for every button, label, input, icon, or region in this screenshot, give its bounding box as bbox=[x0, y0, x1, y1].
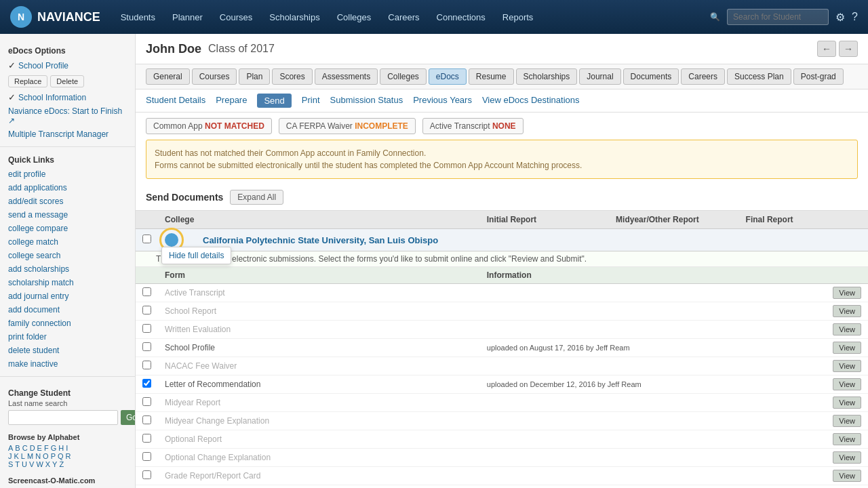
nav-item-connections[interactable]: Connections bbox=[430, 9, 492, 26]
view-button-5[interactable]: View bbox=[833, 378, 861, 390]
form-checkbox-7[interactable] bbox=[142, 415, 151, 424]
subtab-student-details[interactable]: Student Details bbox=[146, 94, 205, 108]
form-checkbox-2[interactable] bbox=[142, 324, 151, 333]
prev-student-button[interactable]: ← bbox=[817, 41, 836, 57]
tab-assessments[interactable]: Assessments bbox=[315, 68, 378, 85]
sidebar-link-add-document[interactable]: add document bbox=[0, 303, 135, 317]
sidebar-school-info[interactable]: School Information bbox=[18, 93, 86, 102]
student-search-input[interactable] bbox=[727, 9, 829, 25]
sidebar-transcript-manager[interactable]: Multiple Transcript Manager bbox=[0, 127, 135, 141]
sidebar-naviance-edocs[interactable]: Naviance eDocs: Start to Finish ↗ bbox=[0, 104, 135, 127]
tab-plan[interactable]: Plan bbox=[239, 68, 270, 85]
sidebar-link-family-connection[interactable]: family connection bbox=[0, 317, 135, 330]
alpha-O[interactable]: O bbox=[43, 452, 49, 460]
tab-journal[interactable]: Journal bbox=[579, 68, 620, 85]
sidebar-school-profile[interactable]: School Profile bbox=[18, 61, 68, 70]
sidebar-link-edit-profile[interactable]: edit profile bbox=[0, 167, 135, 181]
form-checkbox-6[interactable] bbox=[142, 397, 151, 406]
nav-item-reports[interactable]: Reports bbox=[496, 9, 540, 26]
sidebar-link-send-a-message[interactable]: send a message bbox=[0, 208, 135, 222]
alpha-V[interactable]: V bbox=[29, 460, 34, 468]
form-checkbox-4[interactable] bbox=[142, 361, 151, 369]
view-button-6[interactable]: View bbox=[833, 396, 861, 409]
alpha-Z[interactable]: Z bbox=[59, 460, 64, 468]
form-checkbox-10[interactable] bbox=[142, 470, 151, 479]
help-icon[interactable]: ? bbox=[852, 11, 858, 23]
tab-documents[interactable]: Documents bbox=[623, 68, 679, 85]
subtab-send[interactable]: Send bbox=[257, 94, 291, 108]
alpha-I[interactable]: I bbox=[66, 444, 68, 452]
alpha-G[interactable]: G bbox=[51, 444, 57, 452]
view-button-10[interactable]: View bbox=[833, 470, 861, 482]
nav-item-planner[interactable]: Planner bbox=[165, 9, 210, 26]
alpha-H[interactable]: H bbox=[58, 444, 64, 452]
sidebar-link-add-journal-entry[interactable]: add journal entry bbox=[0, 289, 135, 303]
view-button-9[interactable]: View bbox=[833, 451, 861, 464]
subtab-print[interactable]: Print bbox=[302, 94, 320, 108]
sidebar-link-college-match[interactable]: college match bbox=[0, 235, 135, 249]
form-checkbox-0[interactable] bbox=[142, 287, 151, 296]
hide-details-popup[interactable]: Hide full details bbox=[161, 247, 231, 264]
sidebar-link-print-folder[interactable]: print folder bbox=[0, 330, 135, 344]
view-button-8[interactable]: View bbox=[833, 433, 861, 445]
settings-icon[interactable]: ⚙ bbox=[835, 11, 845, 24]
tab-edocs[interactable]: eDocs bbox=[429, 68, 467, 85]
sidebar-link-delete-student[interactable]: delete student bbox=[0, 344, 135, 357]
form-checkbox-8[interactable] bbox=[142, 434, 151, 443]
alpha-L[interactable]: L bbox=[21, 452, 25, 460]
alpha-B[interactable]: B bbox=[15, 444, 20, 452]
alpha-M[interactable]: M bbox=[27, 452, 33, 460]
nav-item-courses[interactable]: Courses bbox=[213, 9, 259, 26]
last-name-input[interactable] bbox=[8, 410, 118, 425]
view-button-4[interactable]: View bbox=[833, 360, 861, 372]
view-button-2[interactable]: View bbox=[833, 323, 861, 336]
form-checkbox-5[interactable] bbox=[142, 379, 151, 388]
replace-button[interactable]: Replace bbox=[8, 75, 47, 87]
alpha-K[interactable]: K bbox=[14, 452, 19, 460]
alpha-Y[interactable]: Y bbox=[52, 460, 57, 468]
view-button-0[interactable]: View bbox=[833, 287, 861, 299]
subtab-view-edocs-destinations[interactable]: View eDocs Destinations bbox=[482, 94, 580, 108]
view-button-7[interactable]: View bbox=[833, 415, 861, 427]
alpha-J[interactable]: J bbox=[8, 452, 12, 460]
form-checkbox-3[interactable] bbox=[142, 342, 151, 351]
tab-resume[interactable]: Resume bbox=[469, 68, 514, 85]
form-checkbox-9[interactable] bbox=[142, 452, 151, 461]
tab-scholarships[interactable]: Scholarships bbox=[516, 68, 578, 85]
next-student-button[interactable]: → bbox=[839, 41, 858, 57]
delete-button[interactable]: Delete bbox=[50, 75, 84, 87]
alpha-F[interactable]: F bbox=[44, 444, 49, 452]
alpha-S[interactable]: S bbox=[8, 460, 13, 468]
sidebar-link-scholarship-match[interactable]: scholarship match bbox=[0, 276, 135, 289]
alpha-X[interactable]: X bbox=[45, 460, 50, 468]
nav-item-scholarships[interactable]: Scholarships bbox=[262, 9, 326, 26]
tab-general[interactable]: General bbox=[146, 68, 190, 85]
sidebar-link-add-scholarships[interactable]: add scholarships bbox=[0, 262, 135, 276]
alpha-D[interactable]: D bbox=[30, 444, 35, 452]
alpha-U[interactable]: U bbox=[22, 460, 27, 468]
alpha-R[interactable]: R bbox=[66, 452, 71, 460]
alpha-Q[interactable]: Q bbox=[58, 452, 64, 460]
nav-item-colleges[interactable]: Colleges bbox=[330, 9, 378, 26]
alpha-A[interactable]: A bbox=[8, 444, 13, 452]
subtab-submission-status[interactable]: Submission Status bbox=[330, 94, 403, 108]
sidebar-link-add/edit-scores[interactable]: add/edit scores bbox=[0, 195, 135, 208]
tab-success-plan[interactable]: Success Plan bbox=[727, 68, 791, 85]
sidebar-link-make-inactive[interactable]: make inactive bbox=[0, 357, 135, 371]
tab-scores[interactable]: Scores bbox=[272, 68, 312, 85]
expand-all-button[interactable]: Expand All bbox=[230, 190, 283, 205]
alpha-E[interactable]: E bbox=[37, 444, 42, 452]
alpha-C[interactable]: C bbox=[22, 444, 28, 452]
nav-item-students[interactable]: Students bbox=[114, 9, 162, 26]
tab-post-grad[interactable]: Post-grad bbox=[793, 68, 844, 85]
sidebar-link-college-compare[interactable]: college compare bbox=[0, 222, 135, 235]
sidebar-link-add-applications[interactable]: add applications bbox=[0, 181, 135, 195]
alpha-N[interactable]: N bbox=[35, 452, 41, 460]
nav-item-careers[interactable]: Careers bbox=[381, 9, 426, 26]
tab-careers[interactable]: Careers bbox=[681, 68, 725, 85]
alpha-W[interactable]: W bbox=[36, 460, 43, 468]
subtab-prepare[interactable]: Prepare bbox=[216, 94, 247, 108]
form-checkbox-1[interactable] bbox=[142, 306, 151, 314]
alpha-T[interactable]: T bbox=[15, 460, 20, 468]
alpha-P[interactable]: P bbox=[51, 452, 56, 460]
